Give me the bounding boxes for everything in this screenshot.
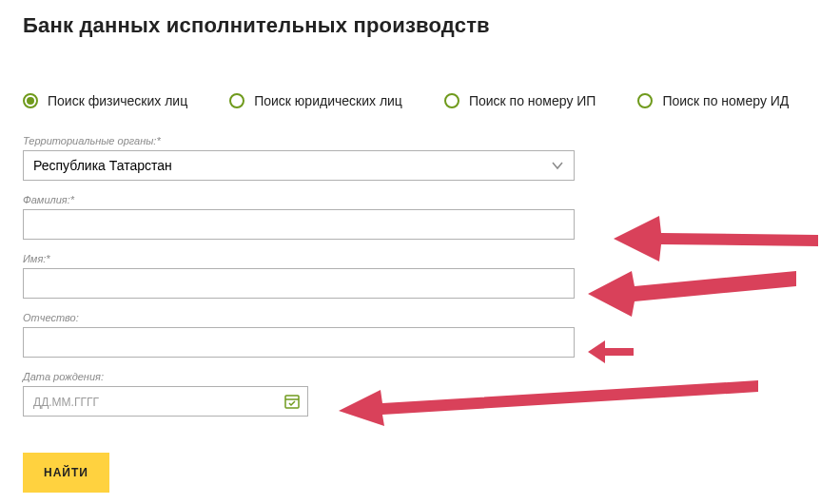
calendar-icon: [283, 393, 301, 410]
search-type-radios: Поиск физических лиц Поиск юридических л…: [23, 93, 817, 108]
name-label: Имя:*: [23, 253, 817, 264]
page-title: Банк данных исполнительных производств: [23, 13, 817, 38]
search-form: Территориальные органы:* Фамилия:* Имя:*…: [23, 135, 817, 493]
radio-dot-icon: [229, 93, 244, 108]
territory-select[interactable]: [23, 150, 575, 181]
radio-by-id[interactable]: Поиск по номеру ИД: [637, 93, 789, 108]
radio-dot-icon: [637, 93, 653, 108]
radio-dot-icon: [23, 93, 38, 108]
submit-button[interactable]: НАЙТИ: [23, 453, 109, 493]
patronymic-input[interactable]: [23, 327, 575, 358]
patronymic-label: Отчество:: [23, 312, 817, 323]
radio-dot-icon: [444, 93, 459, 108]
surname-label: Фамилия:*: [23, 194, 817, 205]
svg-rect-0: [285, 396, 299, 408]
radio-legal[interactable]: Поиск юридических лиц: [229, 93, 402, 108]
territory-label: Территориальные органы:*: [23, 135, 817, 146]
chevron-down-icon: [550, 158, 565, 173]
dob-input[interactable]: [23, 386, 308, 417]
dob-label: Дата рождения:: [23, 371, 817, 382]
radio-label: Поиск юридических лиц: [254, 93, 402, 108]
surname-input[interactable]: [23, 209, 575, 240]
name-input[interactable]: [23, 268, 575, 299]
radio-individual[interactable]: Поиск физических лиц: [23, 93, 187, 108]
radio-by-ip[interactable]: Поиск по номеру ИП: [444, 93, 596, 108]
radio-label: Поиск по номеру ИП: [469, 93, 596, 108]
radio-label: Поиск физических лиц: [48, 93, 187, 108]
radio-label: Поиск по номеру ИД: [662, 93, 789, 108]
